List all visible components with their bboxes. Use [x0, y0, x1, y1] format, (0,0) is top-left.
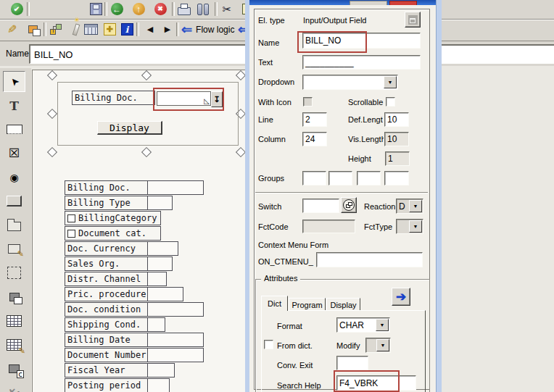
group-input-2[interactable]	[328, 171, 352, 185]
back-button[interactable]	[107, 1, 126, 17]
switch-input[interactable]	[302, 199, 339, 213]
field-label[interactable]: Billing Type	[65, 196, 150, 210]
radio-button-tool[interactable]	[3, 167, 25, 188]
tab-display[interactable]: Display	[326, 298, 360, 311]
scrollable-checkbox[interactable]	[386, 97, 395, 107]
text-tool[interactable]	[3, 95, 25, 116]
field-label[interactable]: Doc. Currency	[65, 241, 150, 256]
entry-field-tool[interactable]	[3, 119, 25, 140]
fcttype-combo[interactable]	[396, 219, 423, 234]
selection-handle[interactable]	[141, 147, 152, 157]
with-icon-checkbox[interactable]	[303, 97, 313, 107]
dropdown-combo[interactable]	[302, 75, 398, 90]
field-input[interactable]	[147, 363, 175, 378]
checkbox-tool[interactable]	[3, 143, 25, 164]
find-button[interactable]	[194, 1, 212, 17]
on-ctmenu-input[interactable]	[316, 252, 423, 267]
tabstrip-tool[interactable]	[3, 214, 25, 235]
custom-control-tool[interactable]	[3, 286, 25, 307]
field-input[interactable]	[147, 333, 204, 347]
field-input[interactable]	[147, 287, 183, 301]
reaction-combo[interactable]: D	[396, 199, 423, 214]
element-properties-button[interactable]	[405, 12, 421, 28]
def-length-input[interactable]: 10	[384, 112, 409, 127]
info-button[interactable]	[117, 21, 136, 38]
field-label[interactable]: Shipping Cond.	[65, 317, 150, 332]
field-label[interactable]: Document Number	[65, 348, 150, 362]
selection-handle[interactable]	[47, 147, 57, 157]
vis-length-input[interactable]: 10	[384, 132, 409, 146]
dropdown-arrow-icon[interactable]	[384, 76, 397, 88]
field-input[interactable]	[147, 272, 167, 286]
subscreen-tool[interactable]	[3, 262, 25, 283]
field-input[interactable]	[147, 196, 173, 210]
dialog-titlebar[interactable]	[249, 0, 436, 5]
modify-button[interactable]	[3, 21, 22, 38]
tab-dict[interactable]: Dict	[261, 296, 288, 311]
column-input[interactable]: 24	[302, 132, 327, 146]
table-control-tool[interactable]	[3, 310, 25, 331]
group-input-4[interactable]	[384, 171, 409, 185]
layout-button[interactable]	[23, 21, 42, 38]
field-input[interactable]	[147, 241, 178, 256]
field-label[interactable]: Sales Org.	[65, 257, 150, 271]
field-input[interactable]	[147, 317, 165, 332]
field-label[interactable]: Fiscal Year	[65, 363, 150, 378]
pointer-tool[interactable]	[3, 71, 25, 92]
billing-doc-input[interactable]: ◺	[157, 91, 211, 106]
field-label[interactable]: Doc. condition	[65, 302, 150, 317]
print-button[interactable]	[175, 1, 194, 17]
dialog-name-input[interactable]: BILL_NO	[302, 33, 421, 49]
exit-button[interactable]	[129, 1, 148, 17]
design-canvas[interactable]: Billing Doc. ◺ Display Billing Doc.Billi…	[32, 70, 246, 392]
window-button[interactable]	[81, 21, 100, 38]
selection-handle[interactable]	[47, 109, 57, 119]
frame-tool[interactable]	[3, 238, 25, 259]
field-input[interactable]	[147, 302, 204, 317]
text-input[interactable]: __________	[302, 55, 421, 70]
field-label[interactable]: Pric. procedure	[65, 287, 150, 301]
field-input[interactable]	[147, 180, 204, 195]
ok-code-tool[interactable]	[3, 382, 25, 392]
toolbar-separator	[136, 22, 139, 36]
container-tool[interactable]	[3, 358, 25, 379]
billing-doc-label[interactable]: Billing Doc.	[72, 91, 155, 105]
group-input-3[interactable]	[357, 171, 381, 185]
save-button[interactable]	[86, 1, 105, 17]
field-label[interactable]: Billing Date	[65, 333, 150, 347]
selection-handle[interactable]	[141, 70, 152, 80]
table-wizard-tool[interactable]	[3, 334, 25, 355]
group-input-1[interactable]	[302, 171, 326, 185]
field-input[interactable]	[147, 378, 170, 392]
field-label[interactable]: Posting period	[65, 378, 150, 392]
selection-handle[interactable]	[236, 147, 246, 157]
next-attributes-button[interactable]	[392, 288, 410, 306]
flow-logic-button[interactable]: Flow logic	[181, 21, 234, 38]
fctcode-input[interactable]	[302, 220, 355, 233]
height-input[interactable]: 1	[385, 151, 410, 166]
next-button[interactable]	[158, 21, 177, 38]
container-icon	[9, 364, 20, 373]
move-button[interactable]	[100, 21, 119, 38]
display-button[interactable]: Display	[97, 121, 162, 135]
cut-button[interactable]	[218, 1, 236, 17]
switch-browse-button[interactable]	[341, 197, 357, 213]
dropdown-arrow-icon[interactable]	[409, 200, 422, 212]
dropdown-arrow-icon[interactable]	[409, 220, 422, 233]
field-label[interactable]: Distr. Channel	[65, 272, 150, 286]
tab-program[interactable]: Program	[289, 298, 326, 311]
field-label[interactable]: Billing Doc.	[65, 180, 150, 195]
field-input[interactable]	[147, 348, 204, 362]
previous-button[interactable]	[141, 21, 160, 38]
field-checkbox-label[interactable]: BillingCategory	[65, 211, 161, 225]
enter-button[interactable]	[7, 1, 26, 17]
selection-handle[interactable]	[47, 70, 57, 80]
field-checkbox-label[interactable]: Document cat.	[65, 226, 161, 241]
hierarchy-button[interactable]	[46, 21, 65, 38]
pushbutton-tool[interactable]	[3, 191, 25, 212]
dropdown-field-button[interactable]	[211, 91, 223, 107]
field-input[interactable]	[147, 257, 173, 271]
selection-handle[interactable]	[236, 70, 246, 80]
cancel-button[interactable]	[151, 1, 170, 17]
line-input[interactable]: 2	[302, 112, 327, 127]
